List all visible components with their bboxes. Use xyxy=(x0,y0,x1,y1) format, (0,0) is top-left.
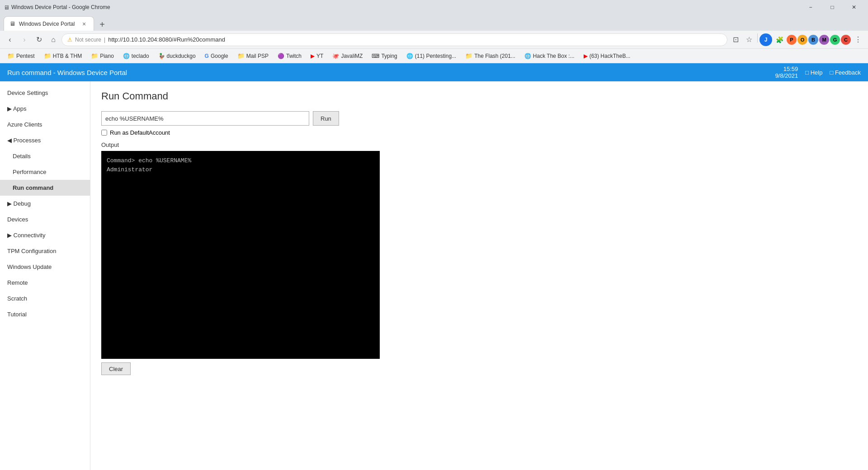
bookmark-yt[interactable]: ▶ YT xyxy=(307,51,327,61)
bookmark-typing[interactable]: ⌨ Typing xyxy=(368,51,401,61)
sidebar-item-azure-clients[interactable]: Azure Clients xyxy=(0,117,90,132)
sidebar-item-windows-update[interactable]: Windows Update xyxy=(0,259,90,275)
htb-icon: 🌐 xyxy=(524,53,531,59)
output-label: Output xyxy=(101,141,857,148)
maximize-button[interactable]: □ xyxy=(822,0,843,14)
active-tab[interactable]: 🖥 Windows Device Portal × xyxy=(4,16,94,31)
bookmark-duckduckgo[interactable]: 🦆 duckduckgo xyxy=(155,51,199,61)
bookmark-twitch[interactable]: 🟣 Twitch xyxy=(274,51,305,61)
sidebar-item-scratch[interactable]: Scratch xyxy=(0,291,90,306)
menu-button[interactable]: ⋮ xyxy=(852,33,864,46)
sidebar-item-apps[interactable]: ▶ Apps xyxy=(0,101,90,117)
folder-icon: 📁 xyxy=(91,52,98,59)
web-icon2: 🌐 xyxy=(406,53,413,59)
security-label: Not secure xyxy=(75,37,101,43)
address-input[interactable]: ⚠ Not secure | http://10.10.10.204:8080/… xyxy=(61,33,727,46)
extension-green-icon[interactable]: G xyxy=(830,35,840,45)
tab-favicon: 🖥 xyxy=(9,20,15,27)
run-as-default-checkbox[interactable] xyxy=(101,130,107,136)
extensions-icon[interactable]: 🧩 xyxy=(773,33,786,46)
extension-orange-icon[interactable]: O xyxy=(797,35,807,45)
github-icon: 🐙 xyxy=(332,53,339,59)
terminal-output: Command> echo %USERNAME% Administrator xyxy=(101,151,380,359)
address-bar: ‹ › ↻ ⌂ ⚠ Not secure | http://10.10.10.2… xyxy=(0,31,868,49)
feedback-link[interactable]: □ Feedback xyxy=(830,69,861,76)
sidebar-item-devices[interactable]: Devices xyxy=(0,212,90,227)
help-link[interactable]: □ Help xyxy=(805,69,822,76)
page-title: Run Command xyxy=(101,90,857,102)
toolbar-icons: ⊡ ☆ J 🧩 P O B M G C ⋮ xyxy=(729,33,864,46)
app-header-right: 15:59 9/8/2021 □ Help □ Feedback xyxy=(775,66,861,79)
sidebar: Device Settings ▶ Apps Azure Clients ◀ P… xyxy=(0,81,90,470)
web-icon: 🌐 xyxy=(123,53,130,59)
sidebar-item-remote[interactable]: Remote xyxy=(0,275,90,291)
typing-icon: ⌨ xyxy=(372,53,379,59)
titlebar-title: Windows Device Portal - Google Chrome xyxy=(11,4,110,10)
window-controls: − □ ✕ xyxy=(800,0,864,14)
sidebar-item-connectivity[interactable]: ▶ Connectivity xyxy=(0,227,90,243)
close-button[interactable]: ✕ xyxy=(844,0,864,14)
duckduckgo-icon: 🦆 xyxy=(158,53,165,59)
cast-icon[interactable]: ⊡ xyxy=(729,33,742,46)
bookmark-hackthebox-yt[interactable]: ▶ (63) HackTheB... xyxy=(580,51,634,61)
bookmark-htb-thm[interactable]: 📁 HTB & THM xyxy=(40,51,85,61)
twitch-icon: 🟣 xyxy=(278,53,284,59)
bookmark-pentest[interactable]: 📁 Pentest xyxy=(4,51,38,61)
reload-button[interactable]: ↻ xyxy=(33,33,45,46)
terminal-prompt-line: Command> echo %USERNAME% xyxy=(107,156,374,165)
bookmark-google[interactable]: G Google xyxy=(201,51,232,61)
tab-bar: 🖥 Windows Device Portal × + xyxy=(0,14,868,31)
sidebar-item-performance[interactable]: Performance xyxy=(0,164,90,180)
profile-button[interactable]: J xyxy=(760,33,772,46)
main-layout: Device Settings ▶ Apps Azure Clients ◀ P… xyxy=(0,81,868,470)
bookmarks-bar: 📁 Pentest 📁 HTB & THM 📁 Piano 🌐 teclado … xyxy=(0,49,868,63)
new-tab-button[interactable]: + xyxy=(96,18,108,31)
app-header-title: Run command - Windows Device Portal xyxy=(7,69,127,76)
sidebar-item-processes[interactable]: ◀ Processes xyxy=(0,132,90,148)
sidebar-item-run-command[interactable]: Run command xyxy=(0,180,90,196)
terminal-result-line: Administrator xyxy=(107,165,374,174)
bookmark-piano[interactable]: 📁 Piano xyxy=(87,51,118,61)
sidebar-item-device-settings[interactable]: Device Settings xyxy=(0,85,90,101)
bookmark-pentesting[interactable]: 🌐 (11) Pentesting... xyxy=(403,51,460,61)
folder-icon: 📁 xyxy=(465,52,472,59)
bookmark-teclado[interactable]: 🌐 teclado xyxy=(119,51,153,61)
sidebar-item-details[interactable]: Details xyxy=(0,148,90,164)
extension-blue-icon[interactable]: B xyxy=(808,35,818,45)
google-icon: G xyxy=(205,53,209,59)
sidebar-item-tutorial[interactable]: Tutorial xyxy=(0,306,90,322)
bookmark-javali[interactable]: 🐙 JavaliMZ xyxy=(329,51,366,61)
folder-icon: 📁 xyxy=(44,52,51,59)
command-input[interactable] xyxy=(101,111,309,126)
tab-close-button[interactable]: × xyxy=(80,20,88,28)
browser-titlebar: 🖥 Windows Device Portal - Google Chrome … xyxy=(0,0,868,14)
checkbox-row: Run as DefaultAccount xyxy=(101,129,857,136)
home-button[interactable]: ⌂ xyxy=(47,33,60,46)
minimize-button[interactable]: − xyxy=(800,0,821,14)
bookmark-mailpsp[interactable]: 📁 Mail PSP xyxy=(234,51,272,61)
app-header: Run command - Windows Device Portal 15:5… xyxy=(0,63,868,81)
forward-button[interactable]: › xyxy=(18,33,31,46)
youtube-icon: ▶ xyxy=(311,53,315,59)
sidebar-item-tpm-config[interactable]: TPM Configuration xyxy=(0,243,90,259)
back-button[interactable]: ‹ xyxy=(4,33,16,46)
header-time: 15:59 9/8/2021 xyxy=(775,66,798,79)
address-text: http://10.10.10.204:8080/#Run%20command xyxy=(108,36,225,43)
clear-button[interactable]: Clear xyxy=(101,362,131,375)
folder-icon: 📁 xyxy=(7,52,14,59)
sidebar-item-debug[interactable]: ▶ Debug xyxy=(0,196,90,212)
folder-icon: 📁 xyxy=(237,52,245,59)
tab-label: Windows Device Portal xyxy=(19,21,76,27)
content-area: Run Command Run Run as DefaultAccount Ou… xyxy=(90,81,868,470)
extension-cat-icon[interactable]: C xyxy=(841,35,851,45)
extension-pentest-icon[interactable]: P xyxy=(787,35,797,45)
bookmark-star-icon[interactable]: ☆ xyxy=(743,33,755,46)
security-icon: ⚠ xyxy=(67,37,72,43)
run-button[interactable]: Run xyxy=(313,111,339,126)
bookmark-flash[interactable]: 📁 The Flash (201... xyxy=(462,51,519,61)
extension-multi-icon[interactable]: M xyxy=(819,35,829,45)
bookmark-hackthebox[interactable]: 🌐 Hack The Box :... xyxy=(521,51,578,61)
command-section: Run xyxy=(101,111,857,126)
yt-icon2: ▶ xyxy=(584,53,588,59)
run-as-default-label: Run as DefaultAccount xyxy=(110,129,170,136)
